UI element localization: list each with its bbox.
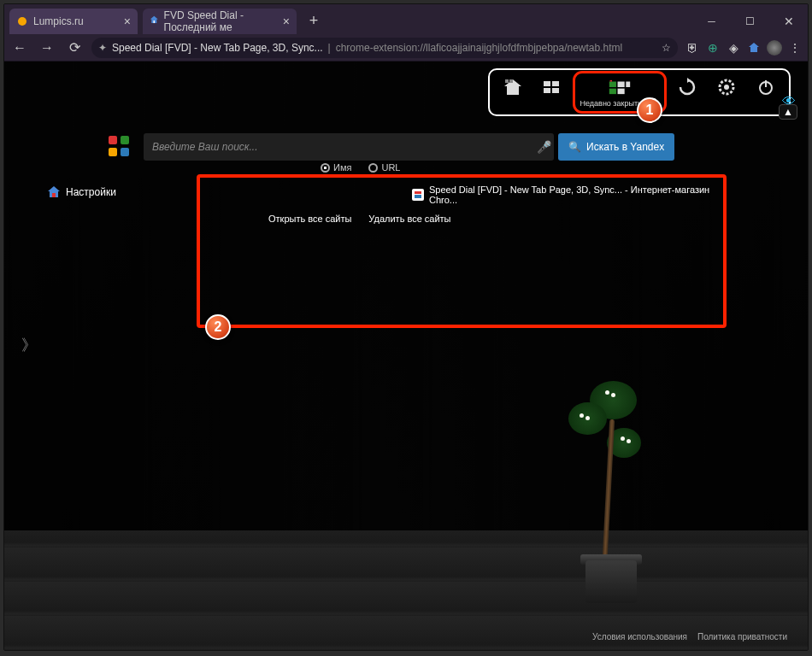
minimize-button[interactable]: ─: [692, 9, 731, 34]
omnibox[interactable]: ✦ Speed Dial [FVD] - New Tab Page, 3D, S…: [91, 38, 678, 58]
footer-links: Условия использования Политика приватнос…: [592, 632, 787, 641]
svg-rect-2: [154, 20, 156, 23]
radio-icon: [368, 163, 378, 173]
search-button-label: Искать в Yandex: [586, 141, 664, 153]
annotation-badge-1: 1: [637, 97, 662, 123]
svg-rect-13: [617, 82, 624, 88]
decorative-plant: [560, 381, 662, 603]
svg-rect-7: [544, 81, 550, 86]
toolbar-sync[interactable]: [673, 75, 702, 99]
titlebar: Lumpics.ru × FVD Speed Dial - Последний …: [4, 4, 808, 34]
tab-lumpics[interactable]: Lumpics.ru ×: [9, 9, 138, 34]
recent-icon: [609, 77, 631, 97]
sort-by-name[interactable]: Имя: [321, 162, 351, 173]
svg-rect-27: [52, 193, 56, 197]
home-icon: [502, 77, 524, 97]
cube-icon[interactable]: ◈: [726, 40, 741, 56]
close-window-button[interactable]: ✕: [769, 9, 808, 34]
svg-rect-16: [617, 89, 624, 95]
tab-title: Lumpics.ru: [33, 15, 84, 27]
search-input[interactable]: [144, 133, 554, 161]
svg-rect-25: [121, 148, 129, 156]
extension-icon: ✦: [98, 42, 107, 54]
svg-rect-29: [415, 191, 421, 194]
power-icon: [755, 77, 777, 97]
globe-icon[interactable]: ⊕: [705, 40, 721, 56]
avatar-icon[interactable]: [767, 40, 782, 56]
favicon-icon: [150, 15, 159, 27]
recent-item[interactable]: Speed Dial [FVD] - New Tab Page, 3D, Syn…: [412, 184, 711, 205]
menu-icon[interactable]: ⋮: [787, 40, 803, 56]
tab-fvd[interactable]: FVD Speed Dial - Последний ме ×: [143, 9, 297, 34]
toolbar-settings[interactable]: [712, 75, 741, 99]
toolbar-popular[interactable]: [538, 75, 567, 99]
home-ext-icon[interactable]: [746, 40, 762, 56]
maximize-button[interactable]: ☐: [731, 9, 769, 34]
recent-item-title: Speed Dial [FVD] - New Tab Page, 3D, Syn…: [429, 184, 711, 205]
svg-rect-11: [609, 82, 616, 88]
search-row: 🎤 🔍 Искать в Yandex: [103, 130, 674, 164]
close-icon[interactable]: ×: [283, 15, 290, 28]
annotation-badge-2: 2: [205, 314, 231, 340]
privacy-link[interactable]: Политика приватности: [697, 632, 787, 641]
toolbar-power[interactable]: [751, 75, 780, 99]
gear-icon: [715, 77, 738, 97]
svg-rect-15: [609, 89, 616, 95]
search-button[interactable]: 🔍 Искать в Yandex: [558, 133, 674, 161]
home-colorful-icon: [47, 185, 61, 199]
close-icon[interactable]: ×: [124, 15, 131, 28]
omnibox-separator: |: [328, 42, 331, 54]
svg-point-0: [18, 17, 26, 26]
toolbar-home[interactable]: [498, 75, 527, 99]
svg-rect-5: [505, 79, 509, 83]
forward-button[interactable]: →: [37, 38, 57, 58]
favicon-icon: [16, 15, 28, 27]
svg-rect-9: [544, 88, 550, 93]
svg-rect-14: [626, 82, 630, 88]
search-icon: 🔍: [568, 141, 581, 153]
delete-all-button[interactable]: Удалить все сайты: [368, 214, 450, 224]
expand-sidebar-button[interactable]: 》: [21, 335, 37, 355]
mic-icon[interactable]: 🎤: [537, 140, 551, 154]
omnibox-title: Speed Dial [FVD] - New Tab Page, 3D, Syn…: [112, 42, 323, 54]
sort-name-label: Имя: [333, 162, 351, 173]
sort-row: Имя URL: [321, 162, 400, 173]
svg-rect-24: [109, 148, 117, 156]
speed-dial-logo-icon: [103, 130, 137, 164]
tab-title: FVD Speed Dial - Последний ме: [164, 9, 278, 33]
sidebar-settings[interactable]: Настройки: [47, 185, 116, 199]
bookmark-icon[interactable]: ☆: [662, 42, 671, 54]
svg-rect-23: [121, 136, 129, 144]
svg-marker-3: [749, 43, 759, 52]
radio-icon: [321, 163, 330, 173]
svg-rect-12: [609, 80, 611, 82]
reload-button[interactable]: ⟳: [64, 38, 85, 58]
recent-closed-panel: Speed Dial [FVD] - New Tab Page, 3D, Syn…: [197, 174, 727, 328]
svg-rect-8: [552, 81, 559, 86]
new-tab-button[interactable]: +: [303, 11, 324, 32]
collapse-toolbar-button[interactable]: ▲: [779, 104, 797, 120]
open-all-button[interactable]: Открыть все сайты: [268, 214, 351, 224]
terms-link[interactable]: Условия использования: [592, 632, 687, 641]
sort-url-label: URL: [381, 162, 400, 173]
back-button[interactable]: ←: [9, 38, 30, 58]
svg-rect-6: [509, 79, 513, 83]
sync-icon: [676, 77, 698, 97]
svg-point-19: [724, 85, 729, 90]
svg-rect-30: [415, 195, 421, 198]
svg-rect-22: [109, 136, 117, 144]
address-bar: ← → ⟳ ✦ Speed Dial [FVD] - New Tab Page,…: [4, 34, 808, 62]
sort-by-url[interactable]: URL: [368, 162, 400, 173]
svg-rect-10: [552, 88, 559, 93]
recent-actions: Открыть все сайты Удалить все сайты: [268, 214, 451, 224]
settings-label: Настройки: [66, 186, 116, 198]
shield-icon[interactable]: ⛨: [685, 40, 700, 56]
popular-icon: [541, 77, 563, 97]
chrome-store-icon: [412, 189, 424, 201]
omnibox-url: chrome-extension://llaficoajjainaijghjlo…: [336, 42, 623, 54]
